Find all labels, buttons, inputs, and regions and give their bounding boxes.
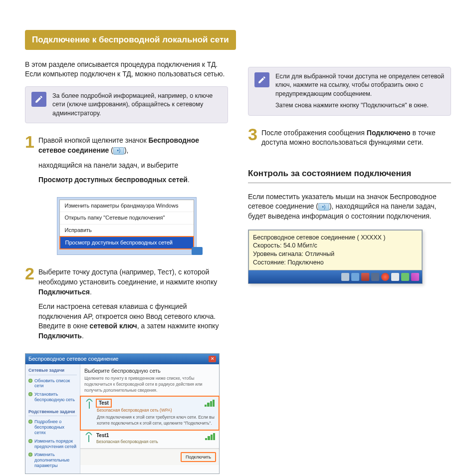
note-right-text-1: Если для выбранной точки доступа не опре… — [275, 72, 445, 99]
sidebar-link-setup[interactable]: Установить беспроводную сеть — [28, 391, 77, 405]
note-right-text-2: Затем снова нажмите кнопку "Подключиться… — [275, 101, 445, 110]
network-item-test1[interactable]: Test1 Безопасная беспроводная сеть — [80, 430, 219, 449]
note-box-right: Если для выбранной точки доступа не опре… — [248, 67, 451, 116]
sidebar-heading-2: Родственные задачи — [28, 409, 77, 417]
network-desc: Для подключения к этой сети требуется кл… — [97, 415, 215, 427]
pencil-icon — [31, 92, 46, 107]
network-security: Безопасная беспроводная сеть — [96, 439, 215, 445]
network-name: Test1 — [96, 432, 215, 439]
tray-icon[interactable] — [401, 273, 409, 281]
network-name: Test — [96, 399, 112, 408]
section-title: Подключение к беспроводной локальной сет… — [25, 30, 236, 50]
network-security: Безопасная беспроводная сеть (WPA) — [97, 408, 215, 414]
sidebar-link-order[interactable]: Изменить порядок предпочтения сетей — [28, 438, 77, 452]
tooltip-line-1: Беспроводное сетевое соединение ( XXXXX … — [253, 234, 418, 242]
step-1: 1 Правой кнопкой щелкните значок Беспров… — [25, 134, 228, 190]
wireless-dialog: Беспроводное сетевое соединение ✕ Сетевы… — [25, 353, 220, 474]
step-2-para2: Если настроена сетевая клавиша с функцие… — [38, 302, 228, 341]
tray-icon[interactable] — [341, 273, 349, 281]
step-1-para3: Просмотр доступных беспроводных сетей. — [38, 175, 228, 185]
tooltip-line-2: Скорость: 54.0 Мбит/с — [253, 241, 418, 250]
sidebar-link-refresh[interactable]: Обновить список сети — [28, 377, 77, 391]
tray-icon[interactable] — [381, 273, 389, 281]
step-2-number: 2 — [25, 266, 34, 346]
step-1-para: Правой кнопкой щелкните значок Беспровод… — [38, 136, 228, 155]
signal-icon — [205, 400, 215, 407]
close-icon[interactable]: ✕ — [209, 356, 216, 362]
step-2: 2 Выберите точку доступа (например, Тест… — [25, 266, 228, 346]
step-3: 3 После отображения сообщения Подключено… — [248, 127, 451, 153]
ctx-item-open-folder[interactable]: Открыть папку "Сетевые подключения" — [60, 212, 194, 224]
tray-icon[interactable] — [391, 273, 399, 281]
network-item-test[interactable]: Test Безопасная беспроводная сеть (WPA) … — [80, 396, 220, 431]
system-tray — [248, 270, 422, 283]
pencil-icon — [254, 72, 269, 87]
antenna-icon — [85, 399, 94, 427]
left-column: В этом разделе описывается процедура под… — [25, 60, 228, 474]
ctx-item-firewall[interactable]: Изменить параметры брандмауэра Windows — [60, 200, 194, 212]
dialog-main-heading: Выберите беспроводную сеть — [80, 364, 219, 376]
intro-text: В этом разделе описывается процедура под… — [25, 60, 228, 79]
tray-icon[interactable] — [361, 273, 369, 281]
antenna-icon — [84, 432, 93, 445]
step-3-para: После отображения сообщения Подключено в… — [261, 128, 451, 148]
dialog-sidebar: Сетевые задачи Обновить список сети Уста… — [25, 364, 80, 474]
sidebar-link-advanced[interactable]: Изменить дополнительные параметры — [28, 451, 77, 470]
dialog-title: Беспроводное сетевое соединение — [28, 355, 118, 363]
sub-heading-monitoring: Контроль за состоянием подключения — [248, 168, 451, 183]
step-3-number: 3 — [248, 127, 257, 153]
tooltip-line-3: Уровень сигнала: Отличный — [253, 250, 418, 258]
step-1-para2: находящийся на панели задач, и выберите — [38, 161, 228, 171]
tray-icon[interactable] — [371, 273, 379, 281]
tooltip-line-4: Состояние: Подключено — [253, 258, 418, 267]
wifi-tray-icon — [192, 247, 203, 255]
tooltip-screenshot: Беспроводное сетевое соединение ( XXXXX … — [248, 230, 423, 284]
ctx-item-view-networks[interactable]: Просмотр доступных беспроводных сетей — [59, 236, 194, 249]
wifi-tray-icon — [318, 203, 329, 211]
wifi-tray-icon — [113, 147, 124, 155]
tray-icon[interactable] — [351, 273, 359, 281]
note-left-text: За более подробной информацией, например… — [52, 92, 222, 118]
signal-icon — [205, 433, 215, 440]
sidebar-heading-1: Сетевые задачи — [28, 367, 77, 375]
ctx-item-repair[interactable]: Исправить — [60, 225, 194, 237]
step-2-para1: Выберите точку доступа (например, Тест),… — [38, 267, 228, 297]
monitor-para: Если поместить указатель мыши на значок … — [248, 192, 451, 222]
dialog-main-sub: Щелкните по пункту в приведенном ниже сп… — [80, 376, 219, 396]
right-column: Если для выбранной точки доступа не опре… — [248, 60, 451, 474]
context-menu-screenshot: Изменить параметры брандмауэра Windows О… — [57, 197, 197, 255]
tray-icon[interactable] — [411, 273, 419, 281]
step-1-number: 1 — [25, 134, 34, 190]
connect-button[interactable]: Подключить — [181, 452, 216, 463]
sidebar-link-more[interactable]: Подробнее о беспроводных сетях — [28, 418, 77, 437]
note-box-left: За более подробной информацией, например… — [25, 86, 228, 124]
